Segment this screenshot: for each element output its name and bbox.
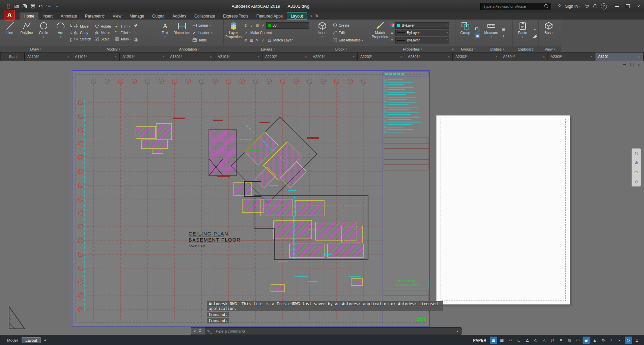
file-tab-a1103-[interactable]: A1103*×: [25, 53, 72, 61]
ribbon-tab-output[interactable]: Output: [148, 12, 168, 20]
recent-commands-icon[interactable]: ▴: [453, 330, 461, 333]
isodraft-icon[interactable]: ◇: [532, 337, 539, 344]
arc-button[interactable]: Arc▾: [52, 20, 69, 38]
file-tab-a1104-[interactable]: A1104*×: [72, 53, 120, 61]
file-tab-a2305-[interactable]: A2305*×: [548, 53, 595, 61]
search-input[interactable]: [483, 4, 543, 9]
copy-button[interactable]: Copy: [73, 30, 92, 36]
ribbon-tab-annotate[interactable]: Annotate: [57, 12, 81, 20]
ribbon-display-toggle-icon[interactable]: ▾: [310, 14, 312, 18]
tab-close-icon[interactable]: ×: [115, 55, 117, 59]
file-tab-a2304-[interactable]: A2304*×: [500, 53, 548, 61]
pan-icon[interactable]: ⊕: [635, 160, 638, 165]
circle-button[interactable]: Circle▾: [35, 20, 52, 38]
layer-properties-button[interactable]: Layer Properties: [225, 20, 242, 39]
infer-constraints-icon[interactable]: ▱: [507, 337, 514, 344]
panel-label-groups[interactable]: Groups▾: [455, 46, 481, 52]
ribbon-tab-manage[interactable]: Manage: [125, 12, 148, 20]
save-button[interactable]: [21, 3, 28, 10]
measure-button[interactable]: Measure▾: [483, 20, 500, 38]
explode-button[interactable]: [134, 30, 138, 36]
layer-transfer-icon[interactable]: ⇄: [260, 23, 265, 28]
insert-button[interactable]: Insert▾: [314, 20, 331, 38]
color-wheel-icon[interactable]: [390, 23, 395, 28]
panel-label-annotation[interactable]: Annotation▾: [155, 46, 223, 52]
tab-close-icon[interactable]: ×: [543, 55, 545, 59]
orbit-icon[interactable]: ◇: [635, 179, 638, 184]
mirror-button[interactable]: Mirror: [94, 30, 112, 36]
linetype-list-icon[interactable]: ≡: [390, 38, 395, 43]
create-button[interactable]: Create: [332, 22, 364, 29]
ribbon-tab-layout[interactable]: Layout: [287, 12, 307, 20]
panel-label-modify[interactable]: Modify▾: [72, 46, 155, 52]
file-tab-a2303-[interactable]: A2303*×: [453, 53, 500, 61]
app-store-icon[interactable]: [583, 3, 591, 10]
command-input[interactable]: [215, 329, 454, 334]
panel-overflow-icon[interactable]: »: [452, 47, 454, 51]
layout-sheet[interactable]: 123456789101112131415161718192021RQPNMLK…: [72, 70, 430, 326]
dimension-button[interactable]: Dimension: [173, 20, 190, 35]
ungroup-icon[interactable]: [475, 27, 480, 32]
drawing-area[interactable]: 123456789101112131415161718192021RQPNMLK…: [0, 61, 644, 335]
tab-close-icon[interactable]: ×: [67, 55, 69, 59]
file-tab-a3101[interactable]: A3101×: [595, 53, 643, 61]
file-tab-a1201-[interactable]: A1201*×: [120, 53, 167, 61]
tab-close-icon[interactable]: ×: [495, 55, 497, 59]
ribbon-tab-express-tools[interactable]: Express Tools: [219, 12, 252, 20]
tab-close-icon[interactable]: ×: [590, 55, 592, 59]
tab-close-icon[interactable]: ×: [257, 55, 259, 59]
ribbon-tab-parametric[interactable]: Parametric: [81, 12, 109, 20]
graphics-performance-icon[interactable]: ▷: [625, 337, 632, 344]
search-icon[interactable]: [543, 3, 549, 10]
model-tab[interactable]: Model: [4, 338, 21, 342]
plot-button[interactable]: [29, 3, 36, 10]
ribbon-tab-collaborate[interactable]: Collaborate: [190, 12, 219, 20]
panel-label-block[interactable]: Block▾: [312, 46, 370, 52]
tab-close-icon[interactable]: ×: [400, 55, 402, 59]
trim-button[interactable]: Trim▾: [114, 23, 132, 30]
ribbon-tab-home[interactable]: Home: [20, 12, 38, 20]
text-button[interactable]: AText▾: [157, 20, 173, 38]
customize-icon[interactable]: ≣: [633, 337, 641, 344]
leader-button[interactable]: Leader▾: [192, 30, 213, 36]
file-tab-a2202-[interactable]: A2202*×: [358, 53, 405, 61]
erase-button[interactable]: [134, 22, 138, 28]
panel-label-view[interactable]: View▾: [539, 46, 561, 52]
linetype-select[interactable]: ByLayer ▾: [395, 37, 449, 43]
polar-tracking-icon[interactable]: ∠: [524, 337, 531, 344]
ribbon-cycle-icon[interactable]: ↻: [315, 14, 318, 18]
array-button[interactable]: Array▾: [114, 36, 132, 42]
lineweight-icon[interactable]: ≡: [557, 337, 565, 344]
base-button[interactable]: Base: [540, 20, 557, 35]
maximize-button[interactable]: [622, 0, 633, 12]
scale-button[interactable]: Scale: [94, 36, 112, 42]
minimize-button[interactable]: [612, 0, 622, 12]
customize-search-icon[interactable]: [198, 329, 202, 334]
move-button[interactable]: Move: [73, 23, 92, 30]
tab-close-icon[interactable]: ×: [448, 55, 450, 59]
layer-freeze-icon[interactable]: ⊕: [243, 38, 248, 43]
layer-off-icon[interactable]: ⊘: [243, 23, 248, 28]
viewport-maximize-icon[interactable]: ▣: [583, 337, 590, 344]
notification-icon[interactable]: [591, 3, 599, 10]
command-line[interactable]: × >_ ▴: [191, 327, 461, 335]
edit-button[interactable]: Edit: [332, 30, 364, 36]
file-tab-a2201-[interactable]: A2201*×: [310, 53, 358, 61]
copy-clip-icon[interactable]: [532, 33, 537, 38]
object-color-select[interactable]: ByLayer ▾: [395, 22, 449, 29]
group-button[interactable]: Group: [457, 20, 474, 35]
workspace-icon[interactable]: ⚙: [599, 337, 607, 344]
panel-label-draw[interactable]: Draw▾: [0, 46, 72, 52]
tab-close-icon[interactable]: ×: [353, 55, 355, 59]
doc-close-icon[interactable]: ×: [638, 63, 640, 67]
layer-merge-icon[interactable]: ⇄: [260, 38, 265, 43]
annotation-monitor-icon[interactable]: +: [608, 337, 615, 344]
quick-calculator-icon[interactable]: ▦: [501, 27, 506, 32]
transparency-icon[interactable]: ▨: [566, 337, 573, 344]
snap-icon[interactable]: ▩: [498, 337, 506, 344]
panel-label-clipboard[interactable]: Clipboard: [513, 46, 538, 52]
file-tab-start[interactable]: Start: [1, 53, 25, 61]
tab-close-icon[interactable]: ×: [162, 55, 164, 59]
file-tab-a2301-[interactable]: A2301*×: [405, 53, 453, 61]
layout-tab[interactable]: Layout: [22, 337, 41, 343]
